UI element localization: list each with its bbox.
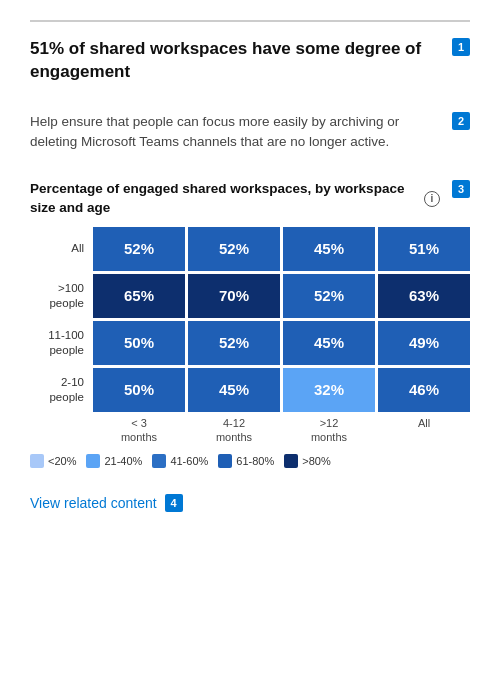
legend-label-61-80: 61-80% bbox=[236, 455, 274, 467]
cell-11-100-lt3: 50% bbox=[93, 321, 185, 365]
cell-11-100-gt12: 45% bbox=[283, 321, 375, 365]
badge-1: 1 bbox=[452, 38, 470, 56]
subtext-section: 2 Help ensure that people can focus more… bbox=[30, 112, 470, 153]
cell-all-4-12: 52% bbox=[188, 227, 280, 271]
legend-item-gt80: >80% bbox=[284, 454, 330, 468]
cell-2-10-lt3: 50% bbox=[93, 368, 185, 412]
legend-item-41-60: 41-60% bbox=[152, 454, 208, 468]
legend-box-41-60 bbox=[152, 454, 166, 468]
cell-2-10-4-12: 45% bbox=[188, 368, 280, 412]
main-headline: 51% of shared workspaces have some degre… bbox=[30, 38, 470, 84]
chart-row-2-10: 2-10 people 50% 45% 32% 46% bbox=[30, 368, 470, 412]
badge-3: 3 bbox=[452, 180, 470, 198]
chart-wrapper: All 52% 52% 45% 51% >100 people 65% 70% … bbox=[30, 227, 470, 445]
cell-gt100-all: 63% bbox=[378, 274, 470, 318]
legend-label-21-40: 21-40% bbox=[104, 455, 142, 467]
legend-label-gt80: >80% bbox=[302, 455, 330, 467]
chart-row-11-100: 11-100 people 50% 52% 45% 49% bbox=[30, 321, 470, 365]
cell-11-100-4-12: 52% bbox=[188, 321, 280, 365]
chart-row-gt100: >100 people 65% 70% 52% 63% bbox=[30, 274, 470, 318]
row-label-gt100: >100 people bbox=[30, 274, 90, 318]
row-label-2-10: 2-10 people bbox=[30, 368, 90, 412]
cell-all-gt12: 45% bbox=[283, 227, 375, 271]
cell-gt100-gt12: 52% bbox=[283, 274, 375, 318]
row-label-all: All bbox=[30, 227, 90, 271]
badge-2: 2 bbox=[452, 112, 470, 130]
col-header-4-12: 4-12months bbox=[188, 416, 280, 445]
headline-section: 1 51% of shared workspaces have some deg… bbox=[30, 38, 470, 84]
page-container: 1 51% of shared workspaces have some deg… bbox=[0, 0, 500, 532]
chart-section: 3 Percentage of engaged shared workspace… bbox=[30, 180, 470, 468]
col-header-lt3: < 3months bbox=[93, 416, 185, 445]
view-related-link[interactable]: View related content 4 bbox=[30, 494, 183, 512]
legend-box-21-40 bbox=[86, 454, 100, 468]
chart-title: Percentage of engaged shared workspaces,… bbox=[30, 180, 470, 216]
top-divider bbox=[30, 20, 470, 22]
description-text: Help ensure that people can focus more e… bbox=[30, 112, 470, 153]
info-icon[interactable]: i bbox=[424, 191, 440, 207]
col-header-gt12: >12months bbox=[283, 416, 375, 445]
legend-box-lt20 bbox=[30, 454, 44, 468]
col-header-all: All bbox=[378, 416, 470, 445]
view-related-container: View related content 4 bbox=[30, 478, 470, 512]
cell-2-10-all: 46% bbox=[378, 368, 470, 412]
legend-item-21-40: 21-40% bbox=[86, 454, 142, 468]
row-label-11-100: 11-100 people bbox=[30, 321, 90, 365]
legend-label-41-60: 41-60% bbox=[170, 455, 208, 467]
cell-all-all: 51% bbox=[378, 227, 470, 271]
cell-gt100-lt3: 65% bbox=[93, 274, 185, 318]
legend-item-61-80: 61-80% bbox=[218, 454, 274, 468]
legend-item-lt20: <20% bbox=[30, 454, 76, 468]
cell-2-10-gt12: 32% bbox=[283, 368, 375, 412]
col-header-empty bbox=[30, 416, 90, 445]
chart-row-all: All 52% 52% 45% 51% bbox=[30, 227, 470, 271]
legend-label-lt20: <20% bbox=[48, 455, 76, 467]
view-related-label: View related content bbox=[30, 495, 157, 511]
chart-legend: <20% 21-40% 41-60% 61-80% >80% bbox=[30, 454, 470, 468]
cell-11-100-all: 49% bbox=[378, 321, 470, 365]
col-headers: < 3months 4-12months >12months All bbox=[30, 416, 470, 445]
legend-box-61-80 bbox=[218, 454, 232, 468]
legend-box-gt80 bbox=[284, 454, 298, 468]
cell-gt100-4-12: 70% bbox=[188, 274, 280, 318]
cell-all-lt3: 52% bbox=[93, 227, 185, 271]
badge-4: 4 bbox=[165, 494, 183, 512]
